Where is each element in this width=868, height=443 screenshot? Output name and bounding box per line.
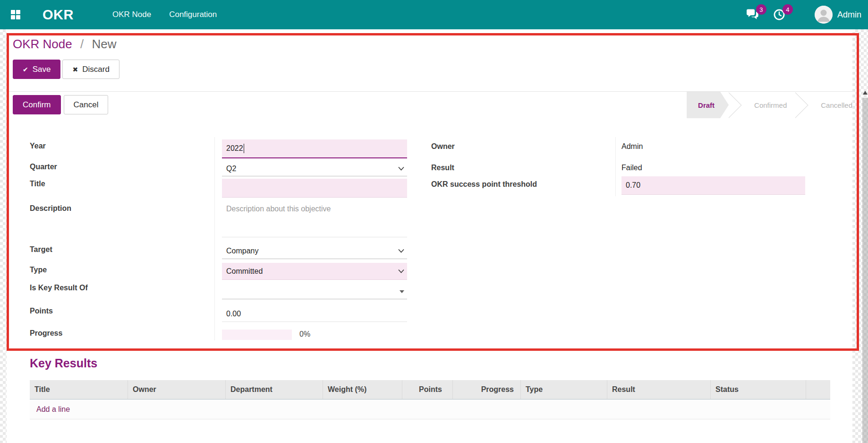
status-steps: Draft Confirmed Cancelled [687, 92, 852, 118]
owner-label: Owner [431, 142, 455, 151]
confirm-button[interactable]: Confirm [13, 95, 61, 114]
status-step-separator [729, 92, 746, 118]
progress-percent: 0% [299, 330, 310, 339]
threshold-input[interactable]: 0.70 [621, 176, 805, 195]
table-row: Add a line [30, 400, 830, 419]
form-sheet: Year 2022 Quarter Q2 Title Description D… [7, 118, 852, 351]
status-step-separator [795, 92, 812, 118]
result-value: Failed [621, 164, 642, 172]
year-input[interactable]: 2022 [222, 139, 407, 158]
key-results-table-header: Title Owner Department Weight (%) Points… [30, 380, 830, 400]
control-panel: OKR Node / New ✔ Save ✖ Discard [7, 29, 852, 91]
chevron-down-icon [398, 166, 404, 171]
target-select[interactable]: Company [222, 243, 407, 259]
save-button[interactable]: ✔ Save [13, 60, 60, 79]
chevron-down-icon [398, 269, 404, 273]
description-label: Description [30, 204, 71, 213]
apps-grid-icon [10, 9, 21, 20]
description-textarea[interactable]: Description about this objective [222, 201, 407, 237]
column-header-blank [806, 380, 830, 399]
column-header-points[interactable]: Points [402, 380, 452, 399]
activities-badge: 4 [783, 4, 793, 15]
type-select[interactable]: Committed [222, 263, 407, 280]
text-cursor [244, 144, 245, 153]
key-results-table: Title Owner Department Weight (%) Points… [30, 380, 830, 419]
type-label: Type [30, 266, 47, 274]
quarter-value: Q2 [226, 165, 236, 173]
is-key-result-of-label: Is Key Result Of [30, 284, 88, 292]
year-label: Year [30, 142, 46, 150]
column-header-type[interactable]: Type [520, 380, 607, 399]
scrollbar-thumb[interactable] [862, 98, 868, 443]
user-name: Admin [837, 10, 861, 20]
messages-badge: 3 [756, 4, 766, 15]
breadcrumb-separator: / [80, 37, 84, 51]
top-menu: OKR Node Configuration [112, 0, 217, 29]
threshold-value: 0.70 [626, 181, 640, 190]
label-column-divider [214, 137, 215, 340]
points-label: Points [30, 307, 53, 315]
target-label: Target [30, 245, 52, 254]
column-header-title[interactable]: Title [30, 380, 128, 399]
owner-value: Admin [621, 142, 643, 151]
messages-button[interactable]: 3 [746, 8, 760, 22]
breadcrumb-parent-link[interactable]: OKR Node [13, 37, 72, 51]
navbar-right: 3 4 Admin [746, 6, 861, 24]
user-menu[interactable]: Admin [815, 6, 861, 24]
status-step-cancelled[interactable]: Cancelled [812, 92, 852, 118]
nav-item-okr-node[interactable]: OKR Node [112, 0, 151, 29]
status-step-draft[interactable]: Draft [687, 92, 729, 118]
column-header-owner[interactable]: Owner [128, 380, 225, 399]
breadcrumb-current: New [92, 37, 116, 51]
quarter-label: Quarter [30, 163, 57, 171]
title-input[interactable] [222, 179, 407, 198]
app-brand[interactable]: OKR [43, 7, 74, 23]
title-label: Title [30, 180, 45, 188]
save-button-label: Save [33, 65, 51, 74]
nav-item-configuration[interactable]: Configuration [169, 0, 217, 29]
breadcrumb: OKR Node / New [13, 37, 116, 52]
column-header-progress[interactable]: Progress [452, 380, 520, 399]
avatar [815, 6, 833, 24]
caret-down-icon [400, 290, 404, 293]
activities-button[interactable]: 4 [772, 8, 786, 22]
label-column-divider [615, 137, 616, 196]
top-navbar: OKR OKR Node Configuration 3 4 [0, 0, 868, 29]
type-value: Committed [226, 267, 263, 276]
key-results-section: Key Results Title Owner Department Weigh… [7, 351, 852, 443]
add-a-line-link[interactable]: Add a line [30, 405, 70, 414]
x-icon: ✖ [72, 66, 78, 73]
target-value: Company [226, 247, 258, 255]
cancel-button-label: Cancel [74, 100, 99, 110]
column-header-weight[interactable]: Weight (%) [323, 380, 402, 399]
points-field[interactable]: 0.00 [222, 306, 407, 322]
key-results-title: Key Results [30, 356, 97, 370]
column-header-status[interactable]: Status [710, 380, 806, 399]
apps-menu-button[interactable] [9, 8, 23, 22]
control-panel-buttons: ✔ Save ✖ Discard [13, 60, 119, 79]
confirm-button-label: Confirm [23, 100, 51, 110]
column-header-result[interactable]: Result [607, 380, 710, 399]
chevron-down-icon [398, 249, 404, 253]
points-value: 0.00 [226, 310, 241, 318]
progress-label: Progress [30, 329, 62, 338]
year-value: 2022 [226, 144, 243, 153]
cancel-button[interactable]: Cancel [64, 95, 109, 114]
column-header-department[interactable]: Department [225, 380, 323, 399]
description-placeholder: Description about this objective [226, 205, 331, 213]
discard-button-label: Discard [82, 65, 110, 74]
statusbar: Confirm Cancel Draft Confirmed Cancelled [7, 91, 852, 119]
scrollbar-up-arrow[interactable] [863, 91, 868, 95]
okr-form-page: OKR OKR Node Configuration 3 4 [0, 0, 868, 443]
is-key-result-of-field[interactable] [222, 284, 407, 299]
quarter-select[interactable]: Q2 [222, 161, 407, 176]
statusbar-buttons: Confirm Cancel [13, 95, 108, 114]
result-label: Result [431, 164, 454, 172]
progress-bar [222, 330, 292, 340]
discard-button[interactable]: ✖ Discard [62, 60, 119, 79]
threshold-label: OKR success point threshold [431, 180, 537, 189]
check-icon: ✔ [23, 66, 28, 73]
status-step-confirmed[interactable]: Confirmed [746, 92, 795, 118]
transparent-strip-left [0, 29, 7, 443]
